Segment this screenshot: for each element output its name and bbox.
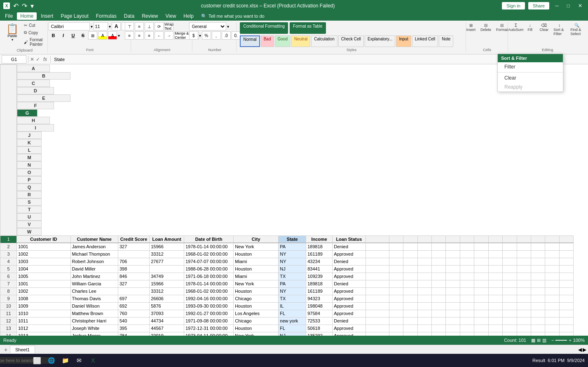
font-name-dropdown-icon[interactable]: ▾ <box>91 24 93 29</box>
table-row[interactable]: 101009Daniel Wilson69258761993-09-30 00:… <box>0 302 588 310</box>
cell-empty[interactable] <box>389 273 403 280</box>
header-loan-amount[interactable]: Loan Amount <box>150 235 184 243</box>
number-format-dropdown[interactable]: ▾ <box>227 24 229 29</box>
cell[interactable]: NY <box>279 258 306 265</box>
col-header-w[interactable]: W <box>17 228 42 235</box>
cell[interactable]: New York <box>234 280 279 287</box>
cell-empty[interactable] <box>488 250 502 258</box>
cell-empty[interactable] <box>531 273 545 280</box>
cell-empty[interactable] <box>389 317 403 325</box>
cell[interactable]: Houston <box>234 265 279 273</box>
cell[interactable]: 540 <box>118 317 149 325</box>
cell[interactable]: 1992-04-16 00:00:00 <box>184 295 234 302</box>
table-row[interactable]: 41003Robert Johnson706276771974-07-07 00… <box>0 258 588 265</box>
paste-button[interactable]: 📋 Paste ▾ <box>4 22 21 43</box>
cell-empty[interactable] <box>389 310 403 317</box>
cell[interactable]: 1011 <box>17 317 71 325</box>
sign-in-button[interactable]: Sign in <box>502 2 525 9</box>
cell-empty[interactable] <box>559 265 573 273</box>
cell[interactable]: 72533 <box>306 317 333 325</box>
cell-empty[interactable] <box>403 258 417 265</box>
note-style-btn[interactable]: Note <box>439 35 453 47</box>
header-state[interactable]: State <box>279 235 306 243</box>
cell-empty[interactable] <box>431 250 445 258</box>
cell-empty[interactable] <box>446 287 460 295</box>
cell-empty[interactable] <box>531 258 545 265</box>
cell[interactable]: Approved <box>333 302 365 310</box>
cell[interactable]: TX <box>279 273 306 280</box>
cell-empty[interactable] <box>431 302 445 310</box>
cell-empty[interactable] <box>446 250 460 258</box>
cell-empty[interactable] <box>446 243 460 250</box>
cell-empty[interactable] <box>417 325 431 332</box>
sort-filter-btn[interactable]: ↕ Sort & Filter <box>552 22 567 47</box>
cell[interactable]: 1010 <box>17 310 71 317</box>
cell[interactable]: John Martinez <box>70 273 118 280</box>
cell[interactable]: 27677 <box>150 258 184 265</box>
cell-empty[interactable] <box>431 310 445 317</box>
cell[interactable]: PA <box>279 280 306 287</box>
normal-style-btn[interactable]: Normal <box>240 35 260 47</box>
explanatory-style-btn[interactable]: Explanatory... <box>365 35 395 47</box>
col-header-e[interactable]: E <box>17 94 70 102</box>
cell-empty[interactable] <box>531 310 545 317</box>
header-city[interactable]: City <box>234 235 279 243</box>
cell-empty[interactable] <box>460 310 474 317</box>
bad-style-btn[interactable]: Bad <box>261 35 274 47</box>
cell-empty[interactable] <box>460 280 474 287</box>
cell[interactable]: 1002 <box>17 250 71 258</box>
cell[interactable]: Denied <box>333 258 365 265</box>
table-row[interactable]: 81002Charles Lee333121968-01-02 00:00:00… <box>0 287 588 295</box>
cell-empty[interactable] <box>517 295 531 302</box>
cell[interactable]: 1001 <box>17 243 71 250</box>
cell[interactable]: 109239 <box>306 273 333 280</box>
cell-empty[interactable] <box>488 310 502 317</box>
cell-empty[interactable] <box>517 265 531 273</box>
cell-empty[interactable] <box>474 317 488 325</box>
cell-empty[interactable] <box>488 243 502 250</box>
cell[interactable]: 198048 <box>306 302 333 310</box>
cell-empty[interactable] <box>531 302 545 310</box>
close-btn[interactable]: ✕ <box>576 2 585 9</box>
cell[interactable]: 34749 <box>150 273 184 280</box>
cell[interactable]: FL <box>279 310 306 317</box>
cell[interactable]: 846 <box>118 273 149 280</box>
cell-empty[interactable] <box>545 302 559 310</box>
menu-review[interactable]: Review <box>138 12 161 20</box>
cell-empty[interactable] <box>545 295 559 302</box>
cell[interactable]: Joseph White <box>70 325 118 332</box>
cell[interactable]: Approved <box>333 310 365 317</box>
cell-empty[interactable] <box>503 302 517 310</box>
cell-empty[interactable] <box>531 265 545 273</box>
cell[interactable]: 1971-09-08 00:00:00 <box>184 317 234 325</box>
cell-empty[interactable] <box>389 302 403 310</box>
cell-empty[interactable] <box>559 250 573 258</box>
cell[interactable]: William Garcia <box>70 280 118 287</box>
cell-empty[interactable] <box>460 302 474 310</box>
cell-empty[interactable] <box>559 317 573 325</box>
cell-empty[interactable] <box>417 295 431 302</box>
cell[interactable]: Michael Thompson <box>70 250 118 258</box>
cell[interactable]: Denied <box>333 243 365 250</box>
menu-view[interactable]: View <box>162 12 180 20</box>
input-style-btn[interactable]: Input <box>396 35 411 47</box>
col-header-b[interactable]: B <box>17 72 70 80</box>
cell-empty[interactable] <box>431 280 445 287</box>
cell[interactable]: 44567 <box>150 325 184 332</box>
cell-empty[interactable] <box>460 287 474 295</box>
cell-empty[interactable] <box>531 243 545 250</box>
cell-empty[interactable] <box>474 258 488 265</box>
cell-empty[interactable] <box>531 250 545 258</box>
cell-empty[interactable] <box>517 243 531 250</box>
cell[interactable]: 706 <box>118 258 149 265</box>
col-header-q[interactable]: Q <box>17 184 42 191</box>
cell[interactable]: 327 <box>118 243 149 250</box>
cell[interactable]: Robert Johnson <box>70 258 118 265</box>
cell[interactable]: 15966 <box>150 280 184 287</box>
cell[interactable]: 94323 <box>306 295 333 302</box>
cell[interactable]: Christopher Harri <box>70 317 118 325</box>
undo-btn[interactable]: ↶ <box>13 2 19 10</box>
cell-empty[interactable] <box>431 287 445 295</box>
cell[interactable]: James Anderson <box>70 243 118 250</box>
table-row[interactable]: 61005John Martinez846347491971-06-18 00:… <box>0 273 588 280</box>
